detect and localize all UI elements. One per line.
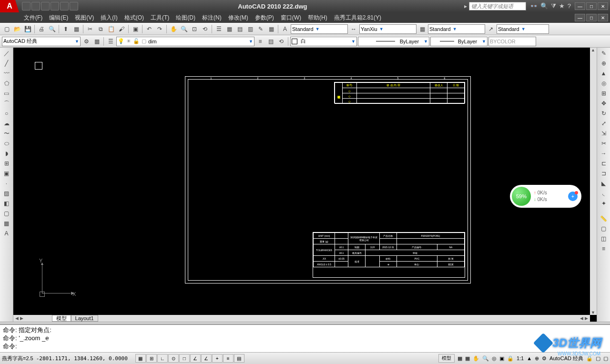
- save-icon[interactable]: 💾: [23, 24, 32, 34]
- dim-style-dropdown[interactable]: YanXiu▼: [359, 24, 417, 34]
- sheetset-icon[interactable]: ▥: [245, 24, 255, 34]
- workspace-gear-icon[interactable]: ⚙: [542, 355, 547, 362]
- mirror-icon[interactable]: ▲: [599, 69, 609, 78]
- menu-params[interactable]: 参数(P): [255, 14, 274, 22]
- layer-prev-icon[interactable]: ⟲: [276, 37, 286, 46]
- extend-icon[interactable]: →: [599, 149, 609, 158]
- lineweight-dropdown[interactable]: ByLayer▼: [430, 37, 488, 46]
- qp-toggle[interactable]: ▤: [234, 354, 244, 363]
- annoscale-icon[interactable]: 🔒: [507, 355, 514, 362]
- menu-help[interactable]: 帮助(H): [308, 14, 327, 22]
- workspace-settings-icon[interactable]: ⚙: [81, 37, 91, 46]
- revcloud-icon[interactable]: ☁: [1, 119, 12, 128]
- toolpal-icon[interactable]: ▤: [235, 24, 244, 34]
- gradient-icon[interactable]: ◧: [1, 199, 12, 208]
- zoom-rt-icon[interactable]: 🔍: [179, 24, 189, 34]
- menu-file[interactable]: 文件(F): [24, 14, 42, 22]
- publish-icon[interactable]: ⬆: [61, 24, 71, 34]
- spline-icon[interactable]: 〜: [1, 129, 12, 138]
- point-icon[interactable]: ·: [1, 179, 12, 188]
- snap-toggle[interactable]: ▦: [135, 354, 146, 363]
- annoscale-label[interactable]: 1:1: [517, 355, 524, 361]
- doc-maximize-button[interactable]: □: [586, 14, 597, 21]
- area-icon[interactable]: ▢: [599, 224, 609, 233]
- menu-edit[interactable]: 编辑(E): [49, 14, 68, 22]
- rotate-icon[interactable]: ↻: [599, 109, 609, 118]
- layer-props-icon[interactable]: ☰: [106, 37, 115, 46]
- quickcalc-icon[interactable]: ▦: [266, 24, 276, 34]
- cut-icon[interactable]: ✂: [85, 24, 95, 34]
- vertical-scrollbar[interactable]: [590, 48, 597, 315]
- menu-view[interactable]: 视图(V): [75, 14, 94, 22]
- mleader-style-dropdown[interactable]: Standard▼: [497, 24, 549, 34]
- 3ddwf-icon[interactable]: ▦: [71, 24, 81, 34]
- menu-format[interactable]: 格式(O): [124, 14, 144, 22]
- textstyle-icon[interactable]: A: [280, 24, 290, 34]
- arc-icon[interactable]: ⌒: [1, 99, 12, 108]
- matchprop-icon[interactable]: 🖌: [117, 24, 126, 34]
- zoom-win-icon[interactable]: ⊡: [190, 24, 199, 34]
- menu-window[interactable]: 窗口(W): [281, 14, 301, 22]
- rectangle-icon[interactable]: ▭: [1, 89, 12, 98]
- block-icon[interactable]: ▣: [1, 169, 12, 178]
- line-icon[interactable]: ／: [1, 49, 12, 58]
- text-style-dropdown[interactable]: Standard▼: [291, 24, 348, 34]
- mtext-icon[interactable]: A: [1, 229, 12, 238]
- table-style-dropdown[interactable]: Standard▼: [428, 24, 485, 34]
- qat-new-icon[interactable]: [22, 2, 30, 10]
- otrack-toggle[interactable]: ∠: [190, 354, 201, 363]
- blockeditor-icon[interactable]: ▣: [131, 24, 140, 34]
- menu-dimension[interactable]: 标注(N): [202, 14, 222, 22]
- layer-iso-icon[interactable]: ▤: [266, 37, 275, 46]
- ducs-toggle[interactable]: ∠: [201, 354, 212, 363]
- dist-icon[interactable]: 📏: [599, 214, 609, 223]
- linetype-dropdown[interactable]: ByLayer▼: [358, 37, 429, 46]
- dcenter-icon[interactable]: ▦: [224, 24, 234, 34]
- fillet-icon[interactable]: ◟: [599, 189, 609, 198]
- help-search-input[interactable]: [469, 2, 526, 10]
- undo-icon[interactable]: ↶: [144, 24, 154, 34]
- redo-icon[interactable]: ↷: [155, 24, 164, 34]
- zoom-status-icon[interactable]: 🔍: [482, 355, 489, 362]
- zoom-prev-icon[interactable]: ⟲: [200, 24, 210, 34]
- grid-toggle[interactable]: ⊞: [146, 354, 157, 363]
- layer-state-icon[interactable]: ≡: [255, 37, 265, 46]
- ortho-toggle[interactable]: ∟: [157, 354, 168, 363]
- clean-screen-icon[interactable]: ▢: [603, 355, 608, 362]
- binoculars-icon[interactable]: 👓: [530, 2, 538, 10]
- qview-drawings-icon[interactable]: ▦: [465, 355, 470, 362]
- preview-icon[interactable]: 🔍: [47, 24, 57, 34]
- dyn-toggle[interactable]: +: [212, 354, 223, 363]
- annovis-icon[interactable]: ▲: [527, 355, 532, 361]
- horizontal-scrollbar[interactable]: ◀ ▶ 模型 Layout1 ◀ ▶: [13, 315, 590, 322]
- search-icon[interactable]: 🔍: [540, 2, 548, 10]
- join-icon[interactable]: ⊐: [599, 169, 609, 178]
- showmotion-icon[interactable]: ▣: [499, 355, 504, 362]
- menu-yanxiu[interactable]: 燕秀工具箱2.81(Y): [334, 14, 381, 22]
- color-dropdown[interactable]: 白▼: [290, 37, 357, 46]
- qat-save-icon[interactable]: [41, 2, 50, 10]
- offset-icon[interactable]: ◎: [599, 79, 609, 88]
- qat-print-icon[interactable]: [70, 2, 78, 10]
- menu-modify[interactable]: 修改(M): [228, 14, 248, 22]
- qat-open-icon[interactable]: [31, 2, 40, 10]
- tablestyle-icon[interactable]: ▦: [417, 24, 427, 34]
- menu-tools[interactable]: 工具(T): [151, 14, 169, 22]
- favorites-icon[interactable]: ★: [559, 2, 565, 10]
- minimize-button[interactable]: —: [575, 2, 585, 10]
- trim-icon[interactable]: ✂: [599, 139, 609, 148]
- scale-icon[interactable]: ⤢: [599, 119, 609, 128]
- command-line[interactable]: 命令: 指定对角点: 命令: '_.zoom _e 命令:: [0, 324, 610, 352]
- chamfer-icon[interactable]: ◣: [599, 179, 609, 188]
- osnap-toggle[interactable]: □: [179, 354, 190, 363]
- pan-icon[interactable]: ✋: [169, 24, 178, 34]
- layer-dropdown[interactable]: 💡 ☀ 🔓 ▢ dim ▼: [116, 37, 254, 46]
- lwt-toggle[interactable]: ≡: [223, 354, 234, 363]
- doc-minimize-button[interactable]: —: [575, 14, 585, 21]
- qat-undo-icon[interactable]: [51, 2, 59, 10]
- explode-icon[interactable]: ✦: [599, 199, 609, 208]
- mleaderstyle-icon[interactable]: ↗: [486, 24, 496, 34]
- drawing-area[interactable]: Y X 123456 更改说明标号:修 改 内 容修改人日 期 ◇ ◇ ◇: [13, 48, 597, 322]
- workspace-dropdown[interactable]: AutoCAD 经典▼: [2, 37, 81, 46]
- erase-icon[interactable]: ✎: [599, 49, 609, 58]
